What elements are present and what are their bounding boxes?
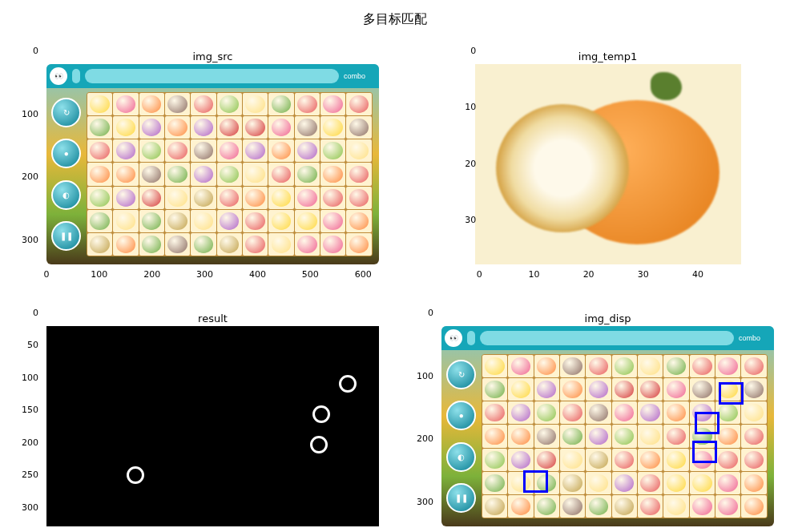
game-tile[interactable]	[320, 116, 345, 139]
game-tile[interactable]	[113, 233, 138, 256]
game-tile[interactable]	[268, 139, 293, 162]
result-image	[46, 326, 379, 526]
game-tile[interactable]	[217, 93, 242, 115]
game-tile[interactable]	[139, 116, 164, 139]
game-tile[interactable]	[87, 116, 112, 139]
bomb-button[interactable]: ●	[51, 139, 81, 168]
axes-img-templ: img_temp1 0102030 010203040	[403, 33, 782, 287]
game-tile[interactable]	[139, 187, 164, 209]
game-tile[interactable]	[295, 187, 320, 209]
game-tile[interactable]	[346, 139, 371, 162]
game-tile[interactable]	[113, 163, 138, 185]
pause-button[interactable]: ❚❚	[51, 221, 81, 251]
game-tile[interactable]	[217, 187, 242, 209]
swirl-button[interactable]: ◐	[51, 180, 81, 210]
game-tile[interactable]	[346, 210, 371, 232]
game-tile[interactable]	[113, 187, 138, 209]
game-tile[interactable]	[320, 139, 345, 162]
game-tile[interactable]	[139, 233, 164, 256]
ytick: 300	[22, 234, 38, 244]
game-tile[interactable]	[165, 233, 190, 256]
game-tile[interactable]	[191, 233, 216, 256]
game-tile[interactable]	[243, 210, 268, 232]
game-tile[interactable]	[217, 116, 242, 139]
game-tile[interactable]	[320, 233, 345, 256]
game-tile[interactable]	[87, 139, 112, 162]
game-tile[interactable]	[217, 139, 242, 162]
game-tile[interactable]	[217, 233, 242, 256]
game-tile[interactable]	[295, 139, 320, 162]
game-tile[interactable]	[139, 210, 164, 232]
game-tile[interactable]	[165, 187, 190, 209]
img-disp-image: 👀 combo ↻ ● ◐ ❚❚	[441, 326, 774, 526]
ytick: 100	[22, 372, 38, 382]
detection-rect	[692, 441, 717, 463]
game-tile[interactable]	[217, 163, 242, 185]
game-tile[interactable]	[346, 233, 371, 256]
ytick: 300	[22, 502, 38, 512]
game-tile[interactable]	[295, 163, 320, 185]
ytick: 30	[465, 214, 476, 224]
game-tile[interactable]	[87, 187, 112, 209]
game-tile[interactable]	[243, 233, 268, 256]
game-tile[interactable]	[139, 93, 164, 115]
game-tile[interactable]	[139, 139, 164, 162]
game-tile[interactable]	[346, 116, 371, 139]
game-tile[interactable]	[165, 93, 190, 115]
game-tile[interactable]	[165, 139, 190, 162]
game-tile[interactable]	[113, 93, 138, 115]
game-tile[interactable]	[295, 116, 320, 139]
game-tile[interactable]	[346, 163, 371, 185]
game-tile[interactable]	[320, 187, 345, 209]
game-tile[interactable]	[268, 187, 293, 209]
game-tile[interactable]	[217, 210, 242, 232]
axes-result: result 050100150200250300 01002003004005…	[8, 295, 387, 532]
game-tile[interactable]	[87, 233, 112, 256]
game-tile[interactable]	[268, 233, 293, 256]
game-tile[interactable]	[113, 116, 138, 139]
game-tile[interactable]	[243, 93, 268, 115]
game-tile[interactable]	[191, 187, 216, 209]
game-tile[interactable]	[320, 210, 345, 232]
game-tile[interactable]	[268, 93, 293, 115]
ytick: 20	[465, 158, 476, 168]
ytick: 250	[22, 470, 38, 480]
combo-label: combo	[344, 72, 376, 80]
game-tile[interactable]	[268, 163, 293, 185]
match-point-ring	[127, 466, 144, 484]
game-tile[interactable]	[191, 116, 216, 139]
game-tile[interactable]	[243, 139, 268, 162]
ytick: 200	[417, 433, 433, 444]
game-tile[interactable]	[295, 210, 320, 232]
game-tile[interactable]	[87, 210, 112, 232]
game-tile[interactable]	[139, 163, 164, 185]
game-tile[interactable]	[165, 163, 190, 185]
game-tile[interactable]	[191, 93, 216, 115]
game-tile[interactable]	[191, 210, 216, 232]
game-tile[interactable]	[191, 139, 216, 162]
game-tile[interactable]	[346, 93, 371, 115]
game-tile[interactable]	[165, 210, 190, 232]
game-tile[interactable]	[165, 116, 190, 139]
game-tile[interactable]	[295, 233, 320, 256]
xtick: 600	[355, 269, 372, 280]
game-tile[interactable]	[113, 210, 138, 232]
ytick: 0	[33, 46, 38, 56]
game-tile[interactable]	[320, 93, 345, 115]
game-tile[interactable]	[243, 116, 268, 139]
game-tile[interactable]	[320, 163, 345, 185]
game-tile[interactable]	[268, 116, 293, 139]
game-tile[interactable]	[191, 163, 216, 185]
refresh-button[interactable]: ↻	[51, 98, 81, 127]
game-tile[interactable]	[295, 93, 320, 115]
game-tile[interactable]	[87, 163, 112, 185]
subplot-grid: img_src 👀 combo ↻ ● ◐	[8, 33, 782, 532]
game-tile[interactable]	[268, 210, 293, 232]
game-tile[interactable]	[243, 187, 268, 209]
figure: 多目标匹配 img_src 👀 combo ↻ ●	[8, 8, 782, 532]
game-tile[interactable]	[87, 93, 112, 115]
ytick: 50	[27, 340, 38, 350]
game-tile[interactable]	[346, 187, 371, 209]
game-tile[interactable]	[113, 139, 138, 162]
game-tile[interactable]	[243, 163, 268, 185]
